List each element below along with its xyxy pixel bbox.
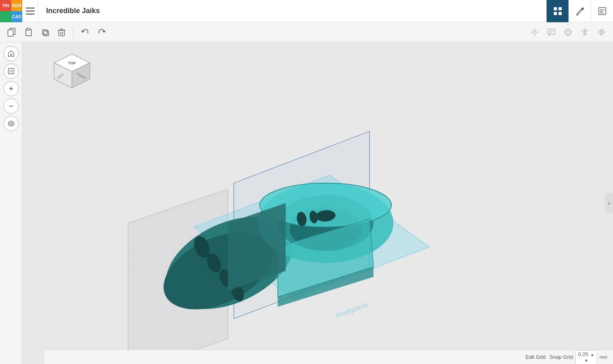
svg-point-39 xyxy=(10,70,12,72)
logo: TIN KER CAD xyxy=(0,0,22,22)
circle-tool-button[interactable] xyxy=(561,25,576,40)
svg-rect-10 xyxy=(600,13,604,14)
snap-grid-label: Snap Grid xyxy=(550,354,573,360)
svg-rect-3 xyxy=(554,7,557,10)
3d-scene[interactable]: Workplane xyxy=(22,42,613,364)
logo-cad: CAD xyxy=(11,11,22,22)
comment-button[interactable] xyxy=(544,25,559,40)
home-view-button[interactable] xyxy=(4,46,19,61)
svg-rect-15 xyxy=(43,30,47,35)
svg-rect-38 xyxy=(8,68,14,74)
undo-button[interactable] xyxy=(78,25,93,40)
light-button[interactable] xyxy=(527,25,542,40)
svg-rect-6 xyxy=(559,12,562,15)
zoom-out-button[interactable] xyxy=(4,99,19,114)
export-button[interactable] xyxy=(591,0,613,22)
toolbar-separator xyxy=(73,26,74,38)
chevron-right-icon: › xyxy=(608,200,610,206)
bottom-bar: Edit Grid Snap Grid 0.25 ▲▼ mm xyxy=(45,350,613,364)
svg-rect-17 xyxy=(59,30,64,36)
svg-marker-36 xyxy=(598,30,601,35)
zoom-in-button[interactable] xyxy=(4,81,19,96)
edit-grid-button[interactable]: Edit Grid xyxy=(526,354,546,360)
svg-rect-4 xyxy=(559,7,562,10)
svg-rect-1 xyxy=(26,10,35,12)
svg-point-31 xyxy=(566,31,570,34)
svg-marker-37 xyxy=(602,30,605,35)
svg-rect-9 xyxy=(600,11,603,12)
duplicate-button[interactable] xyxy=(37,25,52,40)
logo-tin: TIN xyxy=(0,0,11,11)
snap-value-input[interactable]: 0.25 ▲▼ xyxy=(575,350,597,364)
main-area: TOP LEFT FRONT xyxy=(0,42,613,364)
menu-button[interactable] xyxy=(22,0,38,22)
svg-rect-16 xyxy=(44,31,48,36)
snap-grid-section: Snap Grid 0.25 ▲▼ mm xyxy=(550,350,607,364)
header: TIN KER CAD Incredible Jaiks xyxy=(0,0,613,22)
svg-rect-12 xyxy=(8,30,13,36)
delete-button[interactable] xyxy=(54,25,69,40)
left-sidebar xyxy=(0,42,22,364)
svg-rect-5 xyxy=(554,12,557,15)
svg-rect-27 xyxy=(548,29,555,34)
workplane-label: Workplane xyxy=(334,300,369,319)
copy-button[interactable] xyxy=(4,25,19,40)
svg-rect-0 xyxy=(26,8,35,9)
align-button[interactable] xyxy=(577,25,592,40)
project-title: Incredible Jaiks xyxy=(38,7,546,15)
logo-ker: KER xyxy=(11,0,22,11)
svg-point-22 xyxy=(533,31,536,34)
fit-view-button[interactable] xyxy=(4,64,19,79)
logo-green xyxy=(0,11,11,22)
snap-unit-label: mm xyxy=(599,354,607,360)
svg-rect-2 xyxy=(26,14,35,15)
header-right xyxy=(546,0,613,22)
toolbar xyxy=(0,22,613,42)
mirror-button[interactable] xyxy=(594,25,609,40)
svg-rect-8 xyxy=(600,10,605,10)
right-panel-toggle[interactable]: › xyxy=(605,193,613,213)
view-3d-button[interactable] xyxy=(4,116,19,131)
build-button[interactable] xyxy=(568,0,591,22)
redo-button[interactable] xyxy=(94,25,109,40)
paste-button[interactable] xyxy=(21,25,36,40)
canvas[interactable]: TOP LEFT FRONT xyxy=(22,42,613,364)
svg-rect-14 xyxy=(27,28,30,30)
svg-point-30 xyxy=(565,29,571,35)
grid-view-button[interactable] xyxy=(546,0,568,22)
